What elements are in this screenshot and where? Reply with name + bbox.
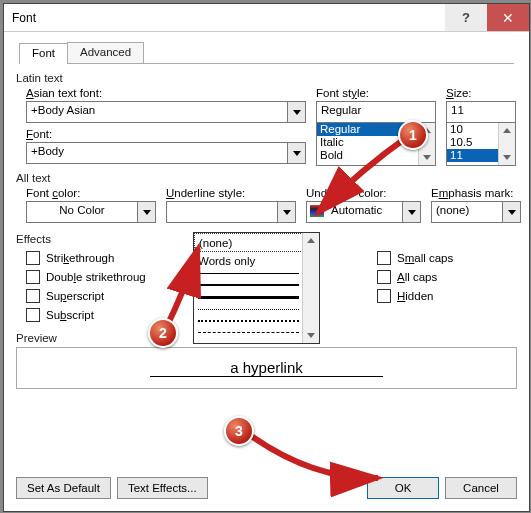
chevron-down-icon[interactable] <box>287 102 305 122</box>
hidden-checkbox[interactable]: Hidden <box>377 286 517 305</box>
dropdown-item-line[interactable] <box>198 332 299 333</box>
size-list[interactable]: 10 10.5 11 <box>446 122 516 166</box>
tab-strip: Font Advanced <box>19 42 514 64</box>
chevron-down-icon[interactable] <box>277 202 295 222</box>
list-item[interactable]: Italic <box>317 136 419 149</box>
chevron-down-icon[interactable] <box>502 202 520 222</box>
list-item[interactable]: Regular <box>317 123 419 136</box>
underline-color-combo[interactable]: Automatic <box>306 201 421 223</box>
asian-font-combo[interactable]: +Body Asian <box>26 101 306 123</box>
set-as-default-button[interactable]: Set As Default <box>16 477 111 499</box>
dropdown-item-line[interactable] <box>198 309 299 310</box>
double-strikethrough-checkbox[interactable]: Double strikethroug <box>26 267 186 286</box>
size-label: Size: <box>446 87 516 99</box>
font-label: Font: <box>26 128 306 140</box>
underline-style-label: Underline style: <box>166 187 296 199</box>
underline-style-combo[interactable] <box>166 201 296 223</box>
list-item[interactable]: 10 <box>447 123 499 136</box>
underline-style-dropdown[interactable]: (none) Words only <box>193 232 320 344</box>
ok-button[interactable]: OK <box>367 477 439 499</box>
font-style-label: Font style: <box>316 87 436 99</box>
dropdown-item-none[interactable]: (none) <box>194 233 303 252</box>
tab-advanced[interactable]: Advanced <box>67 42 144 63</box>
strikethrough-checkbox[interactable]: Strikethrough <box>26 248 186 267</box>
scrollbar[interactable] <box>302 233 319 343</box>
scrollbar[interactable] <box>418 123 435 165</box>
font-style-input[interactable]: Regular <box>316 101 436 122</box>
list-item[interactable]: 11 <box>447 149 499 162</box>
all-caps-checkbox[interactable]: All caps <box>377 267 517 286</box>
chevron-down-icon[interactable] <box>137 202 155 222</box>
emphasis-label: Emphasis mark: <box>431 187 521 199</box>
asian-font-value: +Body Asian <box>27 102 287 122</box>
close-button[interactable]: ✕ <box>487 4 529 31</box>
window-title: Font <box>4 11 36 25</box>
chevron-down-icon[interactable] <box>287 143 305 163</box>
preview-box: a hyperlink <box>16 347 517 389</box>
cancel-button[interactable]: Cancel <box>445 477 517 499</box>
underline-color-label: Underline color: <box>306 187 421 199</box>
scrollbar[interactable] <box>498 123 515 165</box>
font-style-list[interactable]: Regular Italic Bold <box>316 122 436 166</box>
font-dialog: Font ? ✕ Font Advanced Latin text Asian … <box>3 3 530 512</box>
button-bar: Set As Default Text Effects... OK Cancel <box>16 477 517 499</box>
font-color-combo[interactable]: No Color <box>26 201 156 223</box>
emphasis-combo[interactable]: (none) <box>431 201 521 223</box>
chevron-down-icon[interactable] <box>402 202 420 222</box>
dropdown-item-line[interactable] <box>198 296 299 299</box>
dropdown-item-line[interactable] <box>198 320 299 322</box>
latin-text-heading: Latin text <box>16 72 517 84</box>
text-effects-button[interactable]: Text Effects... <box>117 477 208 499</box>
superscript-checkbox[interactable]: Superscript <box>26 286 186 305</box>
list-item[interactable]: Bold <box>317 149 419 162</box>
help-button[interactable]: ? <box>445 4 487 31</box>
font-value: +Body <box>27 143 287 163</box>
font-combo[interactable]: +Body <box>26 142 306 164</box>
asian-font-label: Asian text font: <box>26 87 306 99</box>
dropdown-item-words[interactable]: Words only <box>194 252 303 269</box>
subscript-checkbox[interactable]: Subscript <box>26 305 186 324</box>
preview-text: a hyperlink <box>150 359 383 377</box>
dropdown-item-line[interactable] <box>198 284 299 286</box>
small-caps-checkbox[interactable]: Small caps <box>377 248 517 267</box>
dropdown-item-line[interactable] <box>198 273 299 274</box>
titlebar: Font ? ✕ <box>4 4 529 32</box>
size-input[interactable]: 11 <box>446 101 516 122</box>
list-item[interactable]: 10.5 <box>447 136 499 149</box>
font-color-label: Font color: <box>26 187 156 199</box>
tab-font[interactable]: Font <box>19 43 68 64</box>
all-text-heading: All text <box>16 172 517 184</box>
